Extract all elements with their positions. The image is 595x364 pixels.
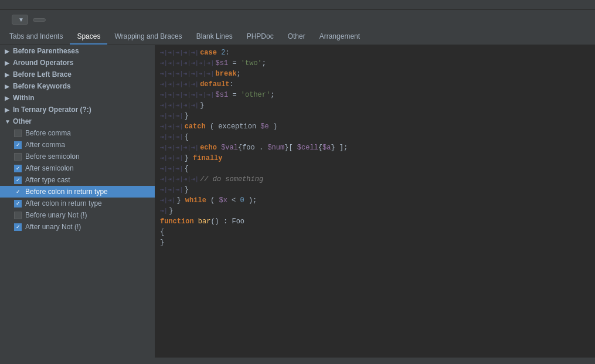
- tree-child-after-comma[interactable]: After comma: [0, 139, 155, 151]
- expand-icon: ▶: [5, 95, 12, 101]
- tree-item-label: Before semicolon: [25, 152, 80, 161]
- tree-child-after-unary-not[interactable]: After unary Not (!): [0, 221, 155, 233]
- code-token: ): [269, 121, 277, 132]
- code-token: case: [200, 47, 221, 58]
- code-indent-arrows: ⇥|⇥|⇥|⇥|⇥|⇥|⇥|: [160, 69, 215, 79]
- expand-icon: ▶: [5, 83, 12, 90]
- code-token: 2: [221, 47, 225, 58]
- checkbox-before-semi[interactable]: [14, 153, 22, 161]
- tree-item-label: Before colon in return type: [25, 188, 108, 196]
- tree-item-label: After colon in return type: [25, 199, 102, 207]
- code-indent-arrows: ⇥|⇥|: [160, 195, 175, 206]
- checkbox-after-unary-not[interactable]: [14, 223, 22, 231]
- code-indent-arrows: ⇥|⇥|⇥|: [160, 164, 183, 174]
- tab-spaces[interactable]: Spaces: [70, 29, 107, 45]
- code-token: $s1: [216, 90, 229, 100]
- tab-tabs-indents[interactable]: Tabs and Indents: [2, 29, 70, 45]
- code-token: }: [169, 206, 173, 216]
- code-token: } ];: [331, 142, 348, 153]
- tree-item-label: Before Keywords: [13, 82, 71, 90]
- tree-child-before-semi[interactable]: Before semicolon: [0, 151, 155, 162]
- code-token: }: [176, 195, 185, 206]
- code-indent-arrows: ⇥|⇥|⇥|⇥|⇥|: [160, 79, 199, 90]
- tree-parent-before-kw[interactable]: ▶Before Keywords: [0, 80, 155, 92]
- left-panel: ▶Before Parentheses▶Around Operators▶Bef…: [0, 45, 155, 358]
- code-token: }: [185, 185, 189, 195]
- code-token: 'two': [241, 58, 262, 69]
- tree-item-label: After unary Not (!): [25, 223, 81, 231]
- checkbox-after-semi[interactable]: [14, 165, 22, 172]
- tree-child-before-colon-return[interactable]: Before colon in return type: [0, 186, 155, 198]
- code-token: }: [185, 111, 189, 121]
- code-indent-arrows: ⇥|⇥|⇥|⇥|⇥|: [160, 47, 199, 58]
- scheme-dropdown[interactable]: ▼: [12, 15, 28, 25]
- breadcrumb: [0, 0, 595, 10]
- tree-parent-around-ops[interactable]: ▶Around Operators: [0, 57, 155, 69]
- tree-item-label: After comma: [25, 141, 65, 149]
- code-token: :: [230, 79, 234, 90]
- code-line: ⇥|⇥|⇥|{: [155, 132, 595, 142]
- tree-parent-within[interactable]: ▶Within: [0, 92, 155, 104]
- checkbox-before-colon-return[interactable]: [14, 188, 22, 196]
- checkbox-after-colon-return[interactable]: [14, 200, 22, 207]
- tree-parent-other[interactable]: ▼Other: [0, 115, 155, 127]
- checkbox-after-comma[interactable]: [14, 141, 22, 149]
- code-token: $a: [322, 142, 331, 153]
- main-content: ▶Before Parentheses▶Around Operators▶Bef…: [0, 45, 595, 358]
- tree-child-before-unary-not[interactable]: Before unary Not (!): [0, 209, 155, 221]
- tree-parent-before-parens[interactable]: ▶Before Parentheses: [0, 45, 155, 57]
- code-token: {: [318, 142, 322, 153]
- code-line: ⇥|⇥|⇥|⇥|⇥|default:: [155, 79, 595, 90]
- tree-child-before-comma[interactable]: Before comma: [0, 127, 155, 139]
- code-indent-arrows: ⇥|⇥|⇥|: [160, 132, 183, 142]
- code-token: ;: [237, 69, 241, 79]
- code-token: (: [206, 195, 219, 206]
- checkbox-before-comma[interactable]: [14, 130, 22, 137]
- code-token: ;: [262, 58, 266, 69]
- code-token: $x: [219, 195, 227, 206]
- tab-other[interactable]: Other: [281, 29, 312, 45]
- code-preview: ⇥|⇥|⇥|⇥|⇥|case 2:⇥|⇥|⇥|⇥|⇥|⇥|⇥|$s1 = 'tw…: [155, 45, 595, 358]
- code-line: ⇥|⇥|⇥|} finally: [155, 153, 595, 164]
- tree-item-label: Around Operators: [13, 59, 73, 67]
- code-token: break: [216, 69, 237, 79]
- tree-parent-ternary[interactable]: ▶In Ternary Operator (?:): [0, 104, 155, 115]
- code-token: }[: [284, 142, 297, 153]
- code-token: }: [160, 237, 164, 248]
- code-token: $cell: [297, 142, 318, 153]
- code-token: catch: [185, 121, 206, 132]
- code-line: ⇥|⇥|⇥|⇥|⇥|case 2:: [155, 47, 595, 58]
- code-token: $val: [221, 142, 238, 153]
- expand-icon: ▶: [5, 48, 12, 55]
- code-line: ⇥|⇥|⇥|⇥|⇥|⇥|⇥|$s1 = 'two';: [155, 58, 595, 69]
- code-token: =: [228, 90, 241, 100]
- tree-item-label: After type cast: [25, 176, 70, 184]
- checkbox-before-unary-not[interactable]: [14, 212, 22, 219]
- tab-wrapping[interactable]: Wrapping and Braces: [107, 29, 189, 45]
- tree-parent-before-brace[interactable]: ▶Before Left Brace: [0, 69, 155, 80]
- tree-child-after-semi[interactable]: After semicolon: [0, 162, 155, 174]
- code-token: 0: [240, 195, 244, 206]
- code-token: }: [185, 153, 193, 164]
- tab-arrangement[interactable]: Arrangement: [312, 29, 367, 45]
- code-line: ⇥|}: [155, 206, 595, 216]
- code-token: echo: [200, 142, 221, 153]
- code-indent-arrows: ⇥|⇥|⇥|: [160, 121, 183, 132]
- tab-blank-lines[interactable]: Blank Lines: [189, 29, 240, 45]
- code-line: ⇥|⇥|⇥|}: [155, 185, 595, 195]
- manage-button[interactable]: [33, 18, 46, 22]
- tabs-bar: Tabs and IndentsSpacesWrapping and Brace…: [0, 29, 595, 45]
- tree-child-after-typecast[interactable]: After type cast: [0, 174, 155, 186]
- code-token: while: [185, 195, 206, 206]
- code-line: ⇥|⇥|⇥|}: [155, 111, 595, 121]
- dropdown-arrow-icon: ▼: [18, 16, 24, 23]
- tree-item-label: Within: [13, 94, 35, 102]
- code-token: $num: [267, 142, 284, 153]
- code-indent-arrows: ⇥|: [160, 206, 168, 216]
- code-token: <: [227, 195, 240, 206]
- checkbox-after-typecast[interactable]: [14, 176, 22, 184]
- tree-child-after-colon-return[interactable]: After colon in return type: [0, 198, 155, 209]
- tab-phpdoc[interactable]: PHPDoc: [240, 29, 281, 45]
- code-line: ⇥|⇥|⇥|⇥|⇥|⇥|⇥|break;: [155, 69, 595, 79]
- tree-item-label: Before Left Brace: [13, 70, 72, 79]
